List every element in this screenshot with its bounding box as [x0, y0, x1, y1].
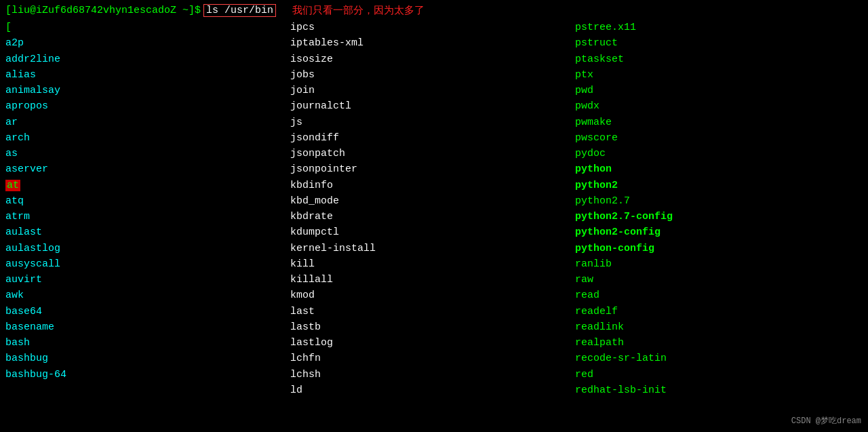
list-item: ptx [575, 67, 846, 83]
column-3: pstree.x11pstructptasksetptxpwdpwdxpwmak… [575, 20, 846, 398]
list-item: ptaskset [575, 52, 846, 67]
list-item: jsondiff [290, 130, 575, 146]
list-item: aserver [5, 161, 290, 177]
list-item: isosize [290, 52, 575, 67]
list-item: ar [5, 115, 290, 130]
list-item: join [290, 83, 575, 98]
list-item: jsonpointer [290, 161, 575, 177]
list-item: python2-config [575, 224, 846, 240]
list-item: bash [5, 335, 290, 351]
list-item: pydoc [575, 146, 846, 161]
list-item: basename [5, 319, 290, 335]
list-item: lastlog [290, 335, 575, 351]
list-item: killall [290, 272, 575, 288]
list-item: ld [290, 382, 575, 398]
list-item: kbdinfo [290, 178, 575, 193]
list-item: readlink [575, 319, 846, 335]
list-item: arch [5, 130, 290, 146]
list-item: raw [575, 272, 846, 288]
list-item: [ [5, 20, 290, 35]
list-item: kdumpctl [290, 224, 575, 240]
list-item: kbd_mode [290, 193, 575, 209]
list-item: python2.7 [575, 193, 846, 209]
list-item: alias [5, 67, 290, 83]
column-2: ipcsiptables-xmlisosizejobsjoinjournalct… [290, 20, 575, 398]
list-item: python2 [575, 178, 846, 193]
file-listing: [a2paddr2linealiasanimalsayaproposararch… [5, 20, 863, 398]
list-item: lchsh [290, 367, 575, 382]
list-item: atrm [5, 209, 290, 224]
list-item: animalsay [5, 83, 290, 98]
list-item: ipcs [290, 20, 575, 35]
list-item: bashbug-64 [5, 367, 290, 382]
list-item: pwmake [575, 115, 846, 130]
command: ls /usr/bin [203, 4, 276, 17]
list-item: pwscore [575, 130, 846, 146]
list-item: iptables-xml [290, 35, 575, 51]
list-item: aulastlog [5, 241, 290, 256]
list-item: jsonpatch [290, 146, 575, 161]
list-item: pstruct [575, 35, 846, 51]
list-item: bashbug [5, 351, 290, 366]
list-item: realpath [575, 335, 846, 351]
command-line: [liu@iZuf6d68742vhyn1escadoZ ~]$ ls /usr… [5, 4, 863, 17]
list-item: journalctl [290, 98, 575, 114]
list-item: python-config [575, 241, 846, 256]
list-item: aulast [5, 224, 290, 240]
list-item: recode-sr-latin [575, 351, 846, 366]
list-item: ausyscall [5, 256, 290, 272]
list-item: ranlib [575, 256, 846, 272]
list-item: kmod [290, 288, 575, 303]
list-item: awk [5, 288, 290, 303]
list-item: redhat-lsb-init [575, 382, 846, 398]
list-item: pwd [575, 83, 846, 98]
list-item: readelf [575, 304, 846, 319]
list-item: lchfn [290, 351, 575, 366]
list-item: atq [5, 193, 290, 209]
list-item: as [5, 146, 290, 161]
list-item: a2p [5, 35, 290, 51]
list-item: base64 [5, 304, 290, 319]
list-item: kernel-install [290, 241, 575, 256]
list-item: lastb [290, 319, 575, 335]
list-item: read [575, 288, 846, 303]
list-item: python2.7-config [575, 209, 846, 224]
prompt: [liu@iZuf6d68742vhyn1escadoZ ~]$ [5, 5, 201, 16]
list-item: jobs [290, 67, 575, 83]
list-item: at [5, 178, 290, 193]
list-item: addr2line [5, 52, 290, 67]
list-item: pwdx [575, 98, 846, 114]
watermark: CSDN @梦吃dream [791, 415, 861, 427]
list-item: kill [290, 256, 575, 272]
list-item: python [575, 161, 846, 177]
list-item: js [290, 115, 575, 130]
list-item: auvirt [5, 272, 290, 288]
list-item: red [575, 367, 846, 382]
list-item: kbdrate [290, 209, 575, 224]
list-item: pstree.x11 [575, 20, 846, 35]
list-item: last [290, 304, 575, 319]
comment: 我们只看一部分，因为太多了 [292, 4, 425, 17]
list-item: apropos [5, 98, 290, 114]
column-1: [a2paddr2linealiasanimalsayaproposararch… [5, 20, 290, 398]
